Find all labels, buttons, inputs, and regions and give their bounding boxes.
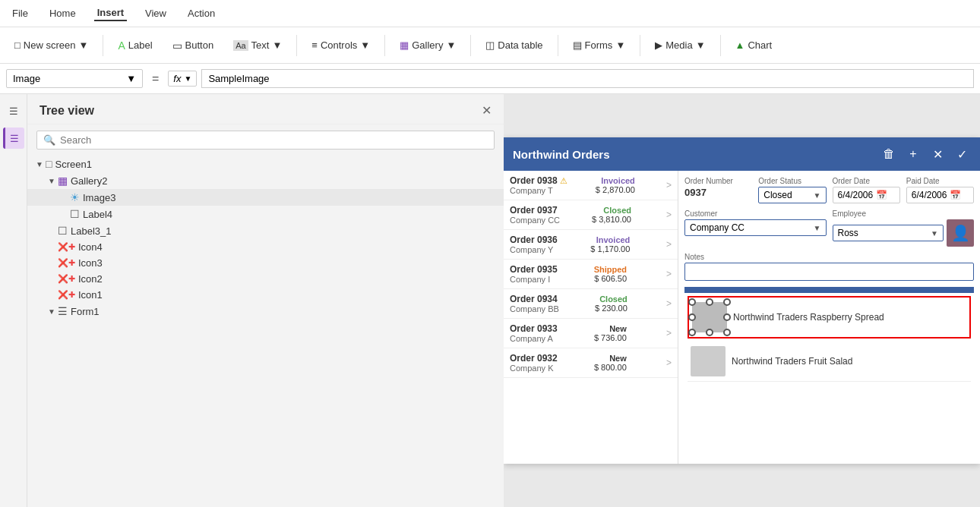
new-screen-button[interactable]: □ New screen ▼ bbox=[6, 36, 96, 55]
handle-ml[interactable] bbox=[688, 313, 696, 321]
handle-mr[interactable] bbox=[723, 313, 731, 321]
order-left-0936: Order 0936 Company Y bbox=[510, 235, 558, 254]
menu-file[interactable]: File bbox=[9, 6, 31, 20]
order-id-0934: Order 0934 bbox=[510, 294, 559, 304]
employee-input[interactable]: Ross ▼ bbox=[833, 225, 944, 241]
tree-item-screen1[interactable]: ▼ □ Screen1 bbox=[27, 156, 504, 172]
search-input[interactable] bbox=[60, 134, 488, 146]
tree-item-gallery2[interactable]: ▼ ▦ Gallery2 bbox=[27, 172, 504, 189]
tree-content: ▼ □ Screen1 ▼ ▦ Gallery2 ☀ Image3 bbox=[27, 156, 504, 507]
controls-button[interactable]: ≡ Controls ▼ bbox=[303, 36, 378, 55]
blue-separator bbox=[684, 287, 974, 293]
order-row-0937[interactable]: Order 0937 Company CC Closed $ 3,810.00 … bbox=[504, 200, 678, 230]
data-table-button[interactable]: ◫ Data table bbox=[477, 36, 551, 55]
icon1-tree-icon: ❌✚ bbox=[58, 290, 75, 300]
tree-item-icon4[interactable]: ❌✚ Icon4 bbox=[27, 239, 504, 255]
handle-br[interactable] bbox=[723, 329, 731, 336]
handle-tl[interactable] bbox=[688, 298, 696, 306]
order-left-0932: Order 0932 Company K bbox=[510, 353, 558, 373]
detail-row-1: Order Number 0937 Order Status Closed ▼ … bbox=[684, 177, 974, 203]
handle-bm[interactable] bbox=[706, 329, 713, 336]
formula-input[interactable] bbox=[201, 69, 974, 88]
formula-bar: Image ▼ = fx ▼ bbox=[0, 64, 980, 94]
product-row-0[interactable]: Northwind Traders Raspberry Spread bbox=[688, 296, 971, 339]
search-icon: 🔍 bbox=[43, 134, 55, 146]
order-id-0938: Order 0938 bbox=[510, 175, 558, 186]
tree-item-icon1[interactable]: ❌✚ Icon1 bbox=[27, 287, 504, 303]
order-number-field: Order Number 0937 bbox=[684, 177, 752, 203]
product-row-1[interactable]: Northwind Traders Fruit Salad bbox=[688, 342, 971, 382]
menu-view[interactable]: View bbox=[142, 6, 169, 20]
media-button[interactable]: ▶ Media ▼ bbox=[646, 36, 713, 55]
forms-button[interactable]: ▤ Forms ▼ bbox=[564, 36, 634, 55]
new-screen-icon: □ bbox=[14, 39, 21, 51]
tree-item-label4[interactable]: ☐ Label4 bbox=[27, 206, 504, 222]
product-area: Northwind Traders Raspberry Spread North… bbox=[684, 293, 974, 385]
button-button[interactable]: ▭ Button bbox=[164, 36, 223, 55]
order-id-0937: Order 0937 bbox=[510, 205, 560, 216]
tree-close-button[interactable]: ✕ bbox=[482, 103, 492, 118]
tree-item-form1[interactable]: ▼ ☰ Form1 bbox=[27, 303, 504, 320]
order-right-0938: Invoiced $ 2,870.00 bbox=[596, 176, 635, 194]
formula-selector[interactable]: Image ▼ bbox=[6, 69, 143, 88]
order-row-0932[interactable]: Order 0932 Company K New $ 800.00 > bbox=[504, 348, 678, 378]
menu-insert[interactable]: Insert bbox=[94, 5, 127, 21]
button-icon: ▭ bbox=[172, 39, 182, 52]
order-number-value: 0937 bbox=[684, 187, 752, 198]
icon4-tree-icon: ❌✚ bbox=[58, 242, 75, 252]
handle-bl[interactable] bbox=[688, 329, 696, 336]
tree-title: Tree view bbox=[40, 104, 94, 118]
order-row-0935[interactable]: Order 0935 Company I Shipped $ 606.50 > bbox=[504, 260, 678, 289]
layers-button[interactable]: ☰ bbox=[3, 128, 24, 149]
order-row-0938[interactable]: Order 0938 ⚠ Company T Invoiced $ 2,870.… bbox=[504, 171, 678, 200]
tree-panel: Tree view ✕ 🔍 ▼ □ Screen1 ▼ ▦ Gallery2 bbox=[27, 94, 504, 507]
order-chevron-0933: > bbox=[666, 328, 672, 339]
order-date-input[interactable]: 6/4/2006 📅 bbox=[833, 187, 900, 203]
order-amount-0936: $ 1,170.00 bbox=[590, 244, 630, 254]
layers-icon: ☰ bbox=[10, 133, 19, 144]
fx-chevron-icon: ▼ bbox=[184, 74, 191, 83]
order-company-0933: Company A bbox=[510, 334, 558, 343]
order-status-0933: New bbox=[609, 324, 627, 333]
chart-button[interactable]: ▲ Chart bbox=[727, 36, 781, 55]
add-icon[interactable]: + bbox=[904, 145, 922, 163]
icon1-label: Icon1 bbox=[78, 289, 103, 301]
notes-input[interactable] bbox=[684, 263, 974, 281]
gallery-button[interactable]: ▦ Gallery ▼ bbox=[391, 36, 464, 55]
menu-action[interactable]: Action bbox=[185, 6, 218, 20]
trash-icon[interactable]: 🗑 bbox=[880, 145, 898, 163]
product-image-0 bbox=[692, 302, 727, 332]
order-left-0937: Order 0937 Company CC bbox=[510, 205, 560, 225]
menu-home[interactable]: Home bbox=[46, 6, 79, 20]
text-button[interactable]: Aa Text ▼ bbox=[225, 36, 290, 55]
toggle-gallery2[interactable]: ▼ bbox=[46, 177, 58, 185]
order-row-0933[interactable]: Order 0933 Company A New $ 736.00 > bbox=[504, 319, 678, 348]
tree-item-icon3[interactable]: ❌✚ Icon3 bbox=[27, 255, 504, 271]
toggle-screen1[interactable]: ▼ bbox=[33, 160, 46, 168]
paid-date-input[interactable]: 6/4/2006 📅 bbox=[906, 187, 974, 203]
order-row-0936[interactable]: Order 0936 Company Y Invoiced $ 1,170.00… bbox=[504, 230, 678, 260]
fx-button[interactable]: fx ▼ bbox=[168, 71, 197, 87]
label-button[interactable]: A Label bbox=[109, 36, 160, 55]
order-right-0937: Closed $ 3,810.00 bbox=[592, 206, 631, 224]
handle-tr[interactable] bbox=[723, 298, 731, 306]
search-box[interactable]: 🔍 bbox=[36, 131, 495, 150]
employee-photo: 👤 bbox=[947, 219, 974, 247]
toggle-form1[interactable]: ▼ bbox=[46, 307, 58, 316]
order-status-input[interactable]: Closed ▼ bbox=[758, 187, 826, 203]
icon3-tree-icon: ❌✚ bbox=[58, 258, 75, 268]
tree-item-image3[interactable]: ☀ Image3 bbox=[27, 189, 504, 206]
close-icon[interactable]: ✕ bbox=[928, 145, 947, 163]
main-layout: ☰ ☰ Tree view ✕ 🔍 ▼ □ Screen1 ▼ bbox=[0, 94, 980, 507]
order-status-field: Order Status Closed ▼ bbox=[758, 177, 826, 203]
tree-item-label3_1[interactable]: ☐ Label3_1 bbox=[27, 222, 504, 239]
product-image-1 bbox=[691, 346, 726, 376]
controls-icon: ≡ bbox=[311, 39, 318, 51]
tree-item-icon2[interactable]: ❌✚ Icon2 bbox=[27, 271, 504, 287]
order-row-0934[interactable]: Order 0934 Company BB Closed $ 230.00 > bbox=[504, 289, 678, 319]
handle-tm[interactable] bbox=[706, 298, 713, 306]
check-icon[interactable]: ✓ bbox=[953, 145, 971, 163]
hamburger-button[interactable]: ☰ bbox=[3, 100, 24, 121]
customer-input[interactable]: Company CC ▼ bbox=[684, 219, 827, 236]
gallery-icon: ▦ bbox=[400, 39, 409, 51]
